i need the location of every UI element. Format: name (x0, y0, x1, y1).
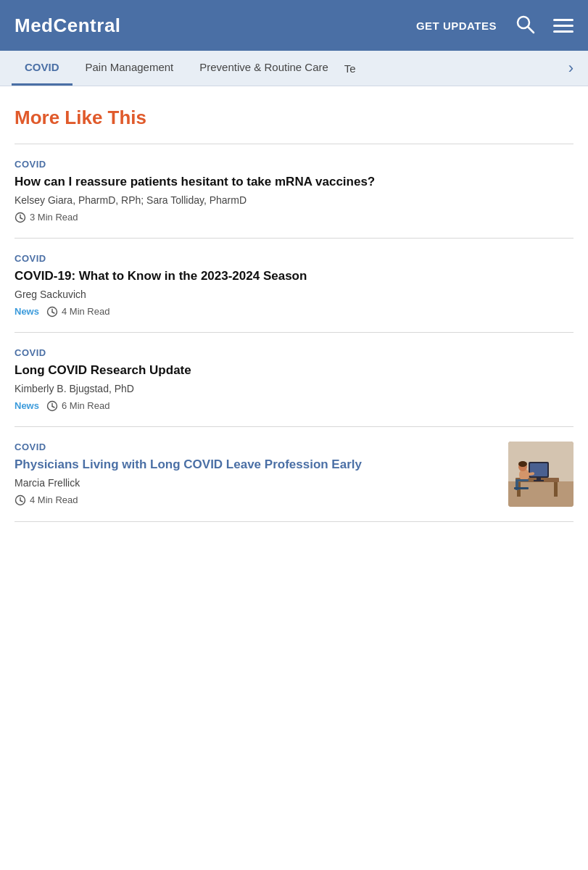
article-item[interactable]: COVID Long COVID Research Update Kimberl… (15, 332, 573, 426)
article-category: COVID (15, 347, 573, 358)
article-list: COVID How can I reassure patients hesita… (15, 144, 573, 522)
svg-point-26 (518, 461, 527, 467)
article-read-time: 4 Min Read (46, 306, 109, 318)
clock-icon (46, 306, 58, 318)
clock-icon (46, 400, 58, 412)
svg-line-4 (20, 218, 22, 219)
article-author: Kelsey Giara, PharmD, RPh; Sara Tolliday… (15, 194, 573, 206)
article-item[interactable]: COVID Physicians Living with Long COVID … (15, 426, 573, 521)
clock-icon (15, 212, 26, 223)
article-read-time: 4 Min Read (15, 494, 78, 506)
menu-icon[interactable] (553, 19, 573, 33)
article-author: Greg Sackuvich (15, 289, 573, 300)
nav-next-arrow[interactable]: › (566, 53, 576, 83)
svg-line-1 (528, 27, 534, 33)
header: MedCentral GET UPDATES (0, 0, 588, 51)
article-meta: News 4 Min Read (15, 306, 573, 318)
article-read-time: 6 Min Read (46, 400, 109, 412)
get-updates-button[interactable]: GET UPDATES (416, 20, 497, 32)
article-title: Physicians Living with Long COVID Leave … (15, 457, 498, 473)
article-meta: 3 Min Read (15, 212, 573, 223)
article-author: Kimberly B. Bjugstad, PhD (15, 383, 573, 394)
article-read-time: 3 Min Read (15, 212, 78, 223)
article-tag[interactable]: News (15, 306, 39, 317)
main-content: More Like This COVID How can I reassure … (0, 86, 588, 536)
svg-line-7 (52, 312, 54, 313)
article-category: COVID (15, 442, 498, 452)
svg-rect-30 (514, 487, 529, 489)
article-tag[interactable]: News (15, 400, 39, 411)
nav-tab-covid[interactable]: COVID (12, 51, 73, 86)
article-author: Marcia Frellick (15, 477, 498, 489)
header-actions: GET UPDATES (416, 13, 573, 38)
article-body: COVID COVID-19: What to Know in the 2023… (15, 253, 573, 318)
nav-tab-pain-management[interactable]: Pain Management (73, 51, 187, 86)
article-meta: News 6 Min Read (15, 400, 573, 412)
svg-rect-23 (534, 480, 544, 481)
site-logo[interactable]: MedCentral (15, 14, 121, 37)
article-title: How can I reassure patients hesitant to … (15, 174, 573, 191)
svg-rect-19 (554, 482, 558, 497)
nav-tab-partial: Te (341, 52, 359, 85)
search-icon[interactable] (514, 13, 536, 38)
article-body: COVID Physicians Living with Long COVID … (15, 442, 498, 506)
svg-line-13 (20, 500, 22, 502)
nav-tab-preventive-care[interactable]: Preventive & Routine Care (186, 51, 341, 86)
article-category: COVID (15, 253, 573, 264)
article-body: COVID Long COVID Research Update Kimberl… (15, 347, 573, 412)
article-title: COVID-19: What to Know in the 2023-2024 … (15, 268, 573, 285)
article-body: COVID How can I reassure patients hesita… (15, 159, 573, 223)
article-meta: 4 Min Read (15, 494, 498, 506)
section-title: More Like This (15, 107, 573, 129)
article-title: Long COVID Research Update (15, 362, 573, 379)
list-end-divider (15, 521, 573, 522)
svg-rect-28 (515, 479, 529, 481)
svg-line-10 (52, 406, 54, 407)
article-thumbnail (508, 442, 573, 507)
article-category: COVID (15, 159, 573, 170)
article-item[interactable]: COVID How can I reassure patients hesita… (15, 144, 573, 238)
article-item[interactable]: COVID COVID-19: What to Know in the 2023… (15, 238, 573, 332)
clock-icon (15, 494, 26, 506)
nav-tabs: COVID Pain Management Preventive & Routi… (0, 51, 588, 86)
